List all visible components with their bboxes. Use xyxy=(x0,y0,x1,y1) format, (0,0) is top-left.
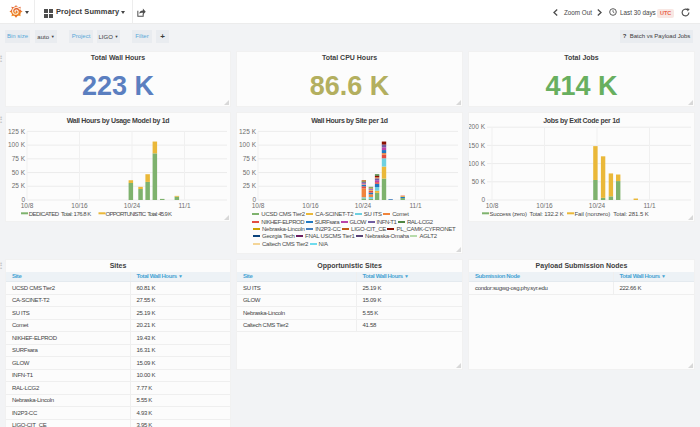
svg-text:125 K: 125 K xyxy=(239,128,257,135)
svg-text:50 K: 50 K xyxy=(243,169,257,176)
svg-text:100 K: 100 K xyxy=(239,141,257,148)
svg-text:10/8: 10/8 xyxy=(21,202,34,209)
svg-text:Fail (nonzero) Total: 281.5 K: Fail (nonzero) Total: 281.5 K xyxy=(575,211,649,217)
svg-text:10/16: 10/16 xyxy=(302,202,319,209)
svg-text:DEDICATED Total: 176.8 K: DEDICATED Total: 176.8 K xyxy=(29,211,92,217)
svg-text:10/24: 10/24 xyxy=(589,202,606,209)
svg-text:10/8: 10/8 xyxy=(252,202,265,209)
svg-text:10/16: 10/16 xyxy=(71,202,88,209)
svg-text:50 K: 50 K xyxy=(12,169,26,176)
svg-text:75 K: 75 K xyxy=(12,155,26,162)
svg-text:11/1: 11/1 xyxy=(643,202,656,209)
svg-text:200 K: 200 K xyxy=(469,123,486,130)
svg-text:10/24: 10/24 xyxy=(355,202,372,209)
svg-text:10/16: 10/16 xyxy=(536,202,553,209)
svg-text:150 K: 150 K xyxy=(469,142,486,149)
svg-text:11/1: 11/1 xyxy=(178,202,191,209)
svg-text:OPPORTUNISTIC Total: 45.9 K: OPPORTUNISTIC Total: 45.9 K xyxy=(106,211,173,217)
svg-text:25 K: 25 K xyxy=(12,182,26,189)
svg-text:100 K: 100 K xyxy=(469,160,486,167)
svg-text:10/24: 10/24 xyxy=(124,202,141,209)
svg-text:75 K: 75 K xyxy=(243,155,257,162)
svg-text:Success (zero) Total: 132.2 K: Success (zero) Total: 132.2 K xyxy=(490,211,564,217)
svg-text:25 K: 25 K xyxy=(243,182,257,189)
svg-text:100 K: 100 K xyxy=(8,141,26,148)
svg-text:11/1: 11/1 xyxy=(409,202,422,209)
svg-text:10/8: 10/8 xyxy=(486,202,499,209)
svg-text:125 K: 125 K xyxy=(8,128,26,135)
svg-text:50 K: 50 K xyxy=(472,178,486,185)
